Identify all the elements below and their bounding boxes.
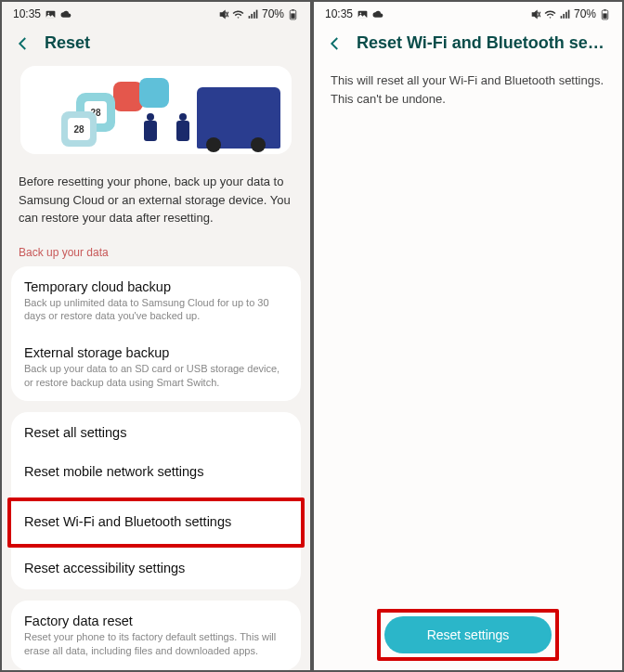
page-title: Reset (45, 33, 90, 53)
status-bar: 10:35 70% (314, 2, 622, 24)
screen-reset-wifi: 10:35 70% Reset Wi-Fi and Bluetooth sett… (312, 0, 624, 672)
svg-rect-6 (254, 11, 255, 18)
reset-card-2: Reset accessibility settings (11, 548, 301, 590)
status-bar: 10:35 70% (2, 2, 310, 24)
svg-rect-5 (251, 13, 253, 18)
instruction-text: Before resetting your phone, back up you… (2, 154, 310, 231)
svg-rect-9 (292, 9, 293, 10)
battery-icon (599, 8, 611, 20)
item-title: Reset mobile network settings (24, 464, 288, 479)
reset-card: Reset all settings Reset mobile network … (11, 412, 301, 497)
signal-icon (559, 8, 571, 20)
reset-accessibility-item[interactable]: Reset accessibility settings (11, 548, 301, 590)
reset-button-highlight: Reset settings (377, 609, 560, 661)
item-title: External storage backup (24, 345, 288, 360)
status-battery: 70% (574, 7, 596, 20)
reset-mobile-network-item[interactable]: Reset mobile network settings (11, 455, 301, 494)
svg-rect-17 (566, 11, 567, 18)
svg-rect-15 (561, 16, 563, 19)
item-title: Temporary cloud backup (24, 279, 288, 294)
svg-rect-21 (603, 13, 606, 18)
status-battery: 70% (262, 7, 284, 20)
battery-icon (287, 8, 299, 20)
item-sub: Back up your data to an SD card or USB s… (24, 362, 288, 390)
factory-reset-card: Factory data reset Reset your phone to i… (11, 601, 301, 670)
reset-all-settings-item[interactable]: Reset all settings (11, 412, 301, 455)
back-icon[interactable] (327, 35, 344, 52)
svg-rect-7 (256, 9, 258, 18)
svg-rect-18 (568, 9, 570, 18)
header: Reset (2, 24, 310, 66)
bottom-bar: Reset settings (314, 609, 622, 661)
image-icon (357, 8, 369, 20)
svg-rect-10 (291, 13, 294, 18)
mute-icon (217, 8, 229, 20)
item-title: Factory data reset (24, 614, 288, 628)
status-time: 10:35 (13, 7, 41, 20)
hero-illustration: 28 28 (20, 66, 292, 154)
item-title: Reset accessibility settings (24, 561, 288, 575)
item-title: Reset Wi-Fi and Bluetooth settings (24, 514, 288, 529)
temporary-cloud-backup-item[interactable]: Temporary cloud backup Back up unlimited… (11, 266, 301, 337)
svg-point-12 (360, 12, 362, 14)
reset-wifi-bluetooth-highlight: Reset Wi-Fi and Bluetooth settings (7, 498, 305, 548)
header: Reset Wi-Fi and Bluetooth settin... (314, 24, 622, 66)
cloud-icon (60, 8, 72, 20)
screen-reset: 10:35 70% Reset 28 28 Before resetting y… (0, 0, 312, 672)
svg-rect-20 (604, 9, 605, 10)
cloud-icon (372, 8, 384, 20)
mute-icon (529, 8, 541, 20)
confirmation-text: This will reset all your Wi-Fi and Bluet… (314, 66, 622, 113)
status-time: 10:35 (325, 7, 353, 20)
svg-rect-4 (249, 16, 251, 19)
item-sub: Back up unlimited data to Samsung Cloud … (24, 296, 288, 324)
wifi-icon (544, 8, 556, 20)
external-storage-backup-item[interactable]: External storage backup Back up your dat… (11, 336, 301, 401)
image-icon (45, 8, 57, 20)
backup-card: Temporary cloud backup Back up unlimited… (11, 266, 301, 402)
factory-data-reset-item[interactable]: Factory data reset Reset your phone to i… (11, 601, 301, 670)
reset-settings-button[interactable]: Reset settings (384, 616, 552, 653)
back-icon[interactable] (15, 35, 32, 52)
reset-wifi-bluetooth-item[interactable]: Reset Wi-Fi and Bluetooth settings (11, 501, 301, 544)
svg-point-1 (48, 12, 50, 14)
item-title: Reset all settings (24, 425, 288, 440)
page-title: Reset Wi-Fi and Bluetooth settin... (357, 33, 609, 53)
signal-icon (247, 8, 259, 20)
svg-rect-16 (563, 13, 565, 18)
wifi-icon (232, 8, 244, 20)
backup-section-header: Back up your data (2, 231, 310, 266)
item-sub: Reset your phone to its factory default … (24, 630, 288, 658)
